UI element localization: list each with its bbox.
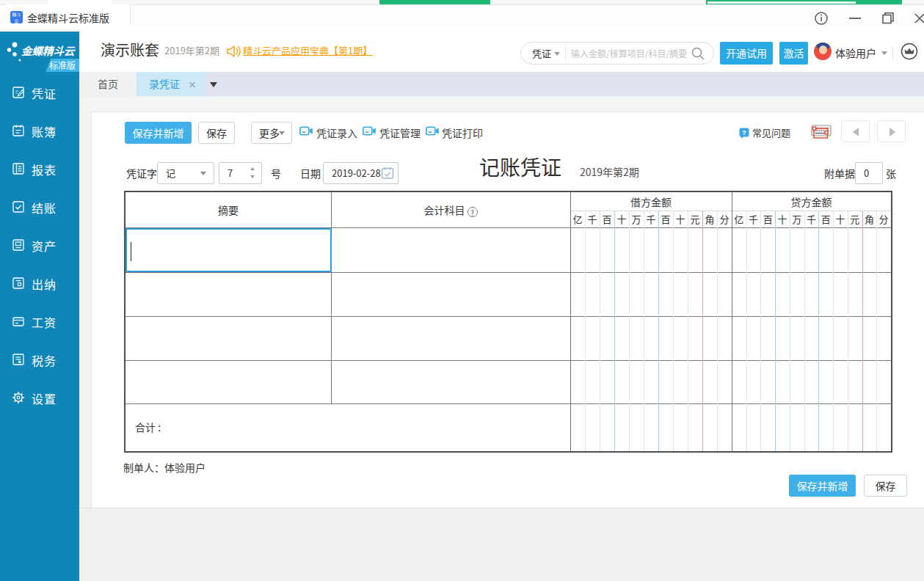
svg-text:?: ?: [742, 128, 746, 136]
